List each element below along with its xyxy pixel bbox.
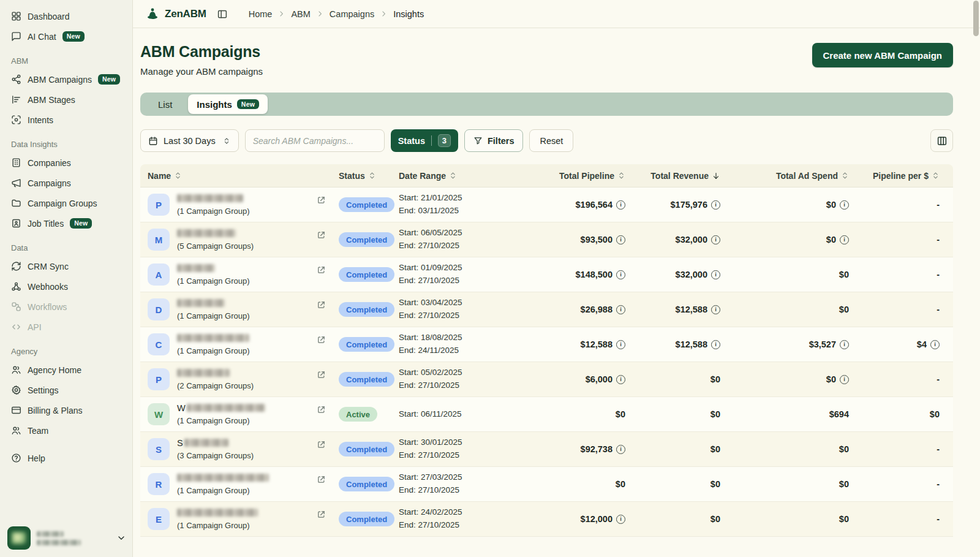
name-cell: SS(3 Campaign Groups) xyxy=(140,432,339,466)
total-revenue-cell: $0 xyxy=(625,514,720,524)
column-settings-button[interactable] xyxy=(930,129,953,152)
table-row[interactable]: A(1 Campaign Group)CompletedStart: 01/09… xyxy=(140,257,953,292)
tab-insights[interactable]: Insights New xyxy=(188,94,268,114)
sidebar-item-label: Intents xyxy=(28,115,53,125)
table-row[interactable]: P(1 Campaign Group)CompletedStart: 21/01… xyxy=(140,188,953,222)
column-header-status[interactable]: Status xyxy=(339,171,399,181)
page-content: ABM Campaigns Manage your ABM campaigns … xyxy=(133,28,980,557)
sidebar-item-api[interactable]: API xyxy=(9,317,126,337)
external-link-icon[interactable] xyxy=(317,195,326,205)
table-row[interactable]: SS(3 Campaign Groups)CompletedStart: 30/… xyxy=(140,432,953,467)
info-icon[interactable]: i xyxy=(840,200,849,210)
info-icon[interactable]: i xyxy=(711,235,720,244)
reset-button[interactable]: Reset xyxy=(529,129,573,152)
filters-button-label: Filters xyxy=(488,136,514,146)
sidebar-item-crm-sync[interactable]: CRM Sync xyxy=(9,256,126,276)
new-badge: New xyxy=(70,218,92,229)
external-link-icon[interactable] xyxy=(317,335,326,344)
column-header-date-range[interactable]: Date Range xyxy=(399,171,549,181)
scrollbar-thumb[interactable] xyxy=(973,1,979,36)
sidebar-item-agency-home[interactable]: Agency Home xyxy=(9,360,126,380)
table-row[interactable]: WW(1 Campaign Group)ActiveStart: 06/11/2… xyxy=(140,397,953,432)
status-badge: Completed xyxy=(339,512,394,526)
external-link-icon[interactable] xyxy=(317,300,326,309)
sidebar-item-campaign-groups[interactable]: Campaign Groups xyxy=(9,193,126,213)
tab-list[interactable]: List xyxy=(142,94,188,114)
info-icon[interactable]: i xyxy=(930,340,940,349)
info-icon[interactable]: i xyxy=(840,235,849,244)
info-icon[interactable]: i xyxy=(616,375,625,384)
sidebar-item-settings[interactable]: Settings xyxy=(9,380,126,400)
sidebar-item-dashboard[interactable]: Dashboard xyxy=(9,6,126,26)
external-link-icon[interactable] xyxy=(317,230,326,240)
name-cell: C(1 Campaign Group) xyxy=(140,327,339,362)
sidebar-item-billing-plans[interactable]: Billing & Plans xyxy=(9,400,126,420)
table-row[interactable]: E(1 Campaign Group)CompletedStart: 24/02… xyxy=(140,502,953,537)
chevron-down-icon[interactable] xyxy=(116,533,126,543)
sidebar-item-help[interactable]: Help xyxy=(9,448,126,468)
scrollbar[interactable] xyxy=(973,1,979,556)
info-icon[interactable]: i xyxy=(616,200,625,210)
search-input[interactable] xyxy=(245,129,385,152)
info-icon[interactable]: i xyxy=(616,235,625,244)
external-link-icon[interactable] xyxy=(317,510,326,519)
sidebar-item-ai-chat[interactable]: AI ChatNew xyxy=(9,26,126,47)
sidebar-toggle-icon[interactable] xyxy=(217,9,228,20)
status-badge: Completed xyxy=(339,477,394,491)
chevron-right-icon xyxy=(380,10,388,18)
campaign-name-redacted: S xyxy=(177,439,254,447)
table-row[interactable]: C(1 Campaign Group)CompletedStart: 18/08… xyxy=(140,327,953,362)
external-link-icon[interactable] xyxy=(317,265,326,275)
filters-button[interactable]: Filters xyxy=(464,129,524,152)
table-row[interactable]: P(2 Campaign Groups)CompletedStart: 05/0… xyxy=(140,362,953,397)
info-icon[interactable]: i xyxy=(711,200,720,210)
info-icon[interactable]: i xyxy=(711,340,720,349)
campaign-name-redacted xyxy=(177,334,250,343)
info-icon[interactable]: i xyxy=(711,305,720,314)
sidebar-item-abm-campaigns[interactable]: ABM CampaignsNew xyxy=(9,69,126,89)
breadcrumb-item-insights[interactable]: Insights xyxy=(393,9,424,19)
breadcrumb-item-abm[interactable]: ABM xyxy=(291,9,310,19)
sidebar-item-campaigns[interactable]: Campaigns xyxy=(9,173,126,193)
sidebar-item-webhooks[interactable]: Webhooks xyxy=(9,276,126,297)
sidebar-item-intents[interactable]: Intents xyxy=(9,110,126,130)
breadcrumb-item-home[interactable]: Home xyxy=(249,9,273,19)
table-row[interactable]: R(1 Campaign Group)CompletedStart: 27/03… xyxy=(140,467,953,502)
column-header-total-pipeline[interactable]: Total Pipeline xyxy=(549,171,625,181)
external-link-icon[interactable] xyxy=(317,475,326,484)
column-header-total-revenue[interactable]: Total Revenue xyxy=(625,171,720,181)
sidebar-item-job-titles[interactable]: Job TitlesNew xyxy=(9,213,126,233)
date-range-cell: Start: 06/05/2025End: 27/10/2025 xyxy=(399,227,549,252)
column-header-pipeline-per[interactable]: Pipeline per $ xyxy=(849,171,953,181)
status-filter-button[interactable]: Status 3 xyxy=(391,129,458,152)
name-cell: D(1 Campaign Group) xyxy=(140,292,339,327)
sidebar-item-companies[interactable]: Companies xyxy=(9,153,126,173)
create-campaign-button[interactable]: Create new ABM Campaign xyxy=(812,43,953,67)
date-range-select[interactable]: Last 30 Days xyxy=(140,129,239,152)
info-icon[interactable]: i xyxy=(616,445,625,454)
external-link-icon[interactable] xyxy=(317,370,326,379)
external-link-icon[interactable] xyxy=(317,440,326,449)
column-header-total-ad-spend[interactable]: Total Ad Spend xyxy=(720,171,849,181)
breadcrumb-item-campaigns[interactable]: Campaigns xyxy=(330,9,374,19)
table-row[interactable]: D(1 Campaign Group)CompletedStart: 03/04… xyxy=(140,292,953,327)
external-link-icon[interactable] xyxy=(317,405,326,414)
info-icon[interactable]: i xyxy=(616,270,625,279)
avatar: P xyxy=(148,368,170,390)
info-icon[interactable]: i xyxy=(616,305,625,314)
sidebar-item-abm-stages[interactable]: ABM Stages xyxy=(9,89,126,110)
column-label: Name xyxy=(148,171,171,181)
status-cell: Completed xyxy=(339,232,399,247)
table-row[interactable]: M(5 Campaign Groups)CompletedStart: 06/0… xyxy=(140,222,953,257)
info-icon[interactable]: i xyxy=(616,515,625,524)
info-icon[interactable]: i xyxy=(840,375,849,384)
info-icon[interactable]: i xyxy=(616,340,625,349)
sidebar-item-workflows[interactable]: Workflows xyxy=(9,297,126,317)
info-icon[interactable]: i xyxy=(840,340,849,349)
brand-name: ZenABM xyxy=(165,8,206,20)
column-header-name[interactable]: Name xyxy=(140,171,339,181)
info-icon[interactable]: i xyxy=(711,270,720,279)
date-range-cell: Start: 03/04/2025End: 27/10/2025 xyxy=(399,297,549,322)
user-menu[interactable] xyxy=(7,526,126,550)
sidebar-item-team[interactable]: Team xyxy=(9,420,126,441)
